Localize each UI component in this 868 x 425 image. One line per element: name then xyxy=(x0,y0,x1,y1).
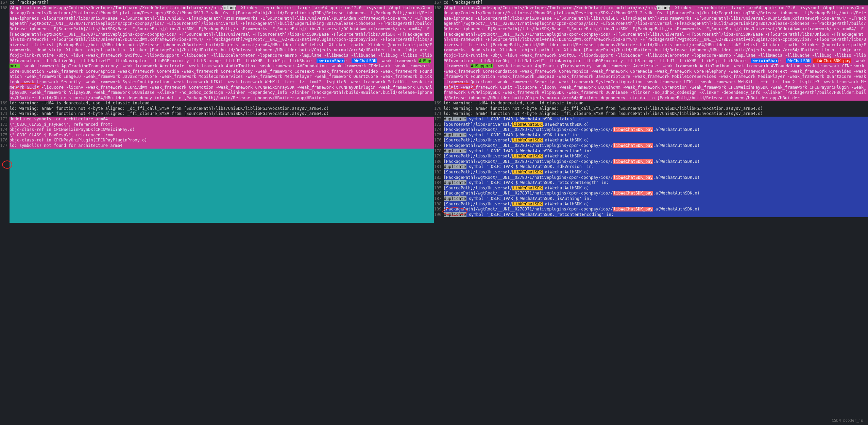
hl-blue: lweixinShar xyxy=(317,58,344,63)
code-line[interactable]: 167cd [PackagePath] xyxy=(0,0,434,5)
hl-gray: duplicate xyxy=(444,196,466,201)
line-content: [PackagePath]/wgtRoot/__UNI__0278D71/nat… xyxy=(444,191,868,196)
code-line[interactable]: 170ld: warning: arm64 function not 4-byt… xyxy=(0,106,434,112)
diff-pane-right[interactable]: 167cd [PackagePath]168/Applications/Xcod… xyxy=(434,0,868,223)
line-number xyxy=(0,175,10,181)
diff-pane-left[interactable]: 167cd [PackagePath]168/Applications/Xcod… xyxy=(0,0,434,223)
text: .a(WechatAuthSDK.o) xyxy=(543,138,589,142)
line-content: duplicate symbol '_OBJC_IVAR_$_WechatAut… xyxy=(444,196,868,202)
text: /Applications/Xcode.app/Contents/Develop… xyxy=(10,5,223,10)
hl-gray: duplicate xyxy=(444,212,466,217)
code-line[interactable]: 174[PackagePath]/wgtRoot/__UNI__0278D71/… xyxy=(434,127,868,133)
code-line[interactable]: 179[SourcePath]/libs/Universal/libWeChat… xyxy=(434,154,868,159)
line-number: 172 xyxy=(0,117,10,122)
line-content: [PackagePath]/wgtRoot/__UNI__0278D71/nat… xyxy=(444,127,868,133)
code-line[interactable]: 172Undefined symbols for architecture ar… xyxy=(0,117,434,122)
line-content: ld: symbol(s) not found for architecture… xyxy=(10,143,434,149)
line-content: [SourcePath]/libs/Universal/libWeChatSDK… xyxy=(444,122,868,128)
line-number: 175 xyxy=(0,133,10,138)
text: .a(WechatAuthSDK.o) xyxy=(543,202,589,206)
code-line[interactable]: 184duplicate symbol '_OBJC_IVAR_$_Wechat… xyxy=(434,180,868,186)
line-number: 174 xyxy=(0,127,10,133)
line-content xyxy=(10,170,434,175)
text: cd [PackagePath] xyxy=(10,0,49,5)
line-content: duplicate symbol '_OBJC_IVAR_$_WechatAut… xyxy=(444,117,868,122)
code-line[interactable]: 169ld: warning: -ld64 is deprecated, use… xyxy=(434,101,868,106)
text: ld: warning: arm64 function not 4-byte a… xyxy=(444,111,763,116)
code-line[interactable]: 171ld: warning: arm64 function not 4-byt… xyxy=(0,111,434,117)
line-content: /Applications/Xcode.app/Contents/Develop… xyxy=(444,5,868,101)
filler-line xyxy=(0,191,434,196)
hl-blue: lweixinShar xyxy=(751,58,778,63)
code-line[interactable]: 187duplicate symbol '_OBJC_IVAR_$_Wechat… xyxy=(434,196,868,202)
code-line[interactable]: 177ld: symbol(s) not found for architect… xyxy=(0,143,434,149)
hl-gray: duplicate xyxy=(444,164,466,169)
text: [SourcePath]/libs/Universal/ xyxy=(444,170,512,174)
code-line[interactable]: 178duplicate symbol '_OBJC_IVAR_$_Wechat… xyxy=(434,149,868,154)
text: symbol '_OBJC_IVAR_$_WechatAuthSDK._sdkV… xyxy=(466,164,594,169)
code-line[interactable]: 182[SourcePath]/libs/Universal/libWeChat… xyxy=(434,170,868,175)
line-content: \"_OBJC_CLASS_$_PayResp\", referenced fr… xyxy=(10,133,434,138)
text: [SourcePath]/libs/Universal/ xyxy=(444,154,512,158)
code-line[interactable]: 174objc-class-ref in CPCNWeixinPaySDK(CP… xyxy=(0,127,434,133)
code-line[interactable]: 173\"_OBJC_CLASS_$_PayReq\", referenced … xyxy=(0,122,434,128)
code-line[interactable]: 177[PackagePath]/wgtRoot/__UNI__0278D71/… xyxy=(434,143,868,149)
code-line[interactable]: 180[PackagePath]/wgtRoot/__UNI__0278D71/… xyxy=(434,159,868,165)
text: -Xlinker -reproducible -target arm64-app… xyxy=(10,5,432,63)
text: cd [PackagePath] xyxy=(444,0,483,5)
code-line[interactable]: 175\"_OBJC_CLASS_$_PayResp\", referenced… xyxy=(0,133,434,138)
text: [SourcePath]/libs/Universal/ xyxy=(444,122,512,127)
code-line[interactable]: 168/Applications/Xcode.app/Contents/Deve… xyxy=(0,5,434,101)
line-number: 173 xyxy=(434,122,444,128)
code-line[interactable]: 188[SourcePath]/libs/Universal/libWeChat… xyxy=(434,202,868,207)
code-line[interactable]: 169ld: warning: -ld64 is deprecated, use… xyxy=(0,101,434,106)
text: [PackagePath]/wgtRoot/__UNI__0278D71/nat… xyxy=(444,207,613,211)
line-number xyxy=(0,180,10,186)
code-line[interactable]: 183[PackagePath]/wgtRoot/__UNI__0278D71/… xyxy=(434,175,868,181)
line-content xyxy=(10,212,434,218)
code-line[interactable]: 186[PackagePath]/wgtRoot/__UNI__0278D71/… xyxy=(434,191,868,196)
line-number: 188 xyxy=(434,202,444,207)
code-line[interactable]: 176[SourcePath]/libs/Universal/libWeChat… xyxy=(434,138,868,143)
code-line[interactable]: 181duplicate symbol '_OBJC_IVAR_$_Wechat… xyxy=(434,164,868,170)
line-content: ld: warning: -ld64 is deprecated, use -l… xyxy=(444,101,868,106)
code-line[interactable]: 168/Applications/Xcode.app/Contents/Deve… xyxy=(434,5,868,101)
code-line[interactable]: 173[SourcePath]/libs/Universal/libWeChat… xyxy=(434,122,868,128)
code-line[interactable]: 167cd [PackagePath] xyxy=(434,0,868,5)
text: -weak_framework AppTrackingTransparency … xyxy=(10,64,432,100)
line-number xyxy=(0,149,10,154)
line-content: duplicate symbol '_OBJC_IVAR_$_WechatAut… xyxy=(444,133,868,138)
line-number: 183 xyxy=(434,175,444,181)
line-content: [PackagePath]/wgtRoot/__UNI__0278D71/nat… xyxy=(444,159,868,165)
text: ld: warning: arm64 function not 4-byte a… xyxy=(444,106,763,111)
line-number: 167 xyxy=(434,0,444,5)
text: symbol '_OBJC_IVAR_$_WechatAuthSDK._stat… xyxy=(466,117,584,121)
text: [SourcePath]/libs/Universal/ xyxy=(444,138,512,142)
code-line[interactable]: 185[SourcePath]/libs/Universal/libWeChat… xyxy=(434,186,868,191)
code-line[interactable]: 172duplicate symbol '_OBJC_IVAR_$_Wechat… xyxy=(434,117,868,122)
hl-yellow: libWeChatSDK xyxy=(512,154,543,158)
text: [PackagePath]/wgtRoot/__UNI__0278D71/nat… xyxy=(444,143,613,148)
code-line[interactable]: 170ld: warning: arm64 function not 4-byt… xyxy=(434,106,868,112)
code-line[interactable]: 176objc-class-ref in CPCNPayUniPlugin(CP… xyxy=(0,138,434,143)
hl-yellow: libWeChatSDK xyxy=(512,122,543,127)
text: .a(WechatAuthSDK.o) xyxy=(543,186,589,190)
line-number: 177 xyxy=(434,143,444,149)
line-content: objc-class-ref in CPCNWeixinPaySDK(CPCNW… xyxy=(10,127,434,133)
code-line[interactable]: 171ld: warning: arm64 function not 4-byt… xyxy=(434,111,868,117)
line-number: 184 xyxy=(434,180,444,186)
filler-line xyxy=(0,202,434,207)
line-content: ld: warning: arm64 function not 4-byte a… xyxy=(444,111,868,117)
hl-lgray: clang xyxy=(657,5,670,10)
hl-salmon: libWeChatSDK_pay xyxy=(613,191,653,196)
line-number xyxy=(0,159,10,165)
code-line[interactable]: 190duplicate symbol '_OBJC_IVAR_$_Wechat… xyxy=(434,212,868,218)
line-number: 170 xyxy=(0,106,10,112)
line-content xyxy=(10,191,434,196)
line-number: 170 xyxy=(434,106,444,112)
hl-gray: duplicate xyxy=(444,180,466,185)
line-number xyxy=(0,164,10,170)
code-line[interactable]: 175duplicate symbol '_OBJC_IVAR_$_Wechat… xyxy=(434,133,868,138)
code-line[interactable]: 189[PackagePath]/wgtRoot/__UNI__0278D71/… xyxy=(434,207,868,212)
line-content: \"_OBJC_CLASS_$_PayReq\", referenced fro… xyxy=(10,122,434,128)
